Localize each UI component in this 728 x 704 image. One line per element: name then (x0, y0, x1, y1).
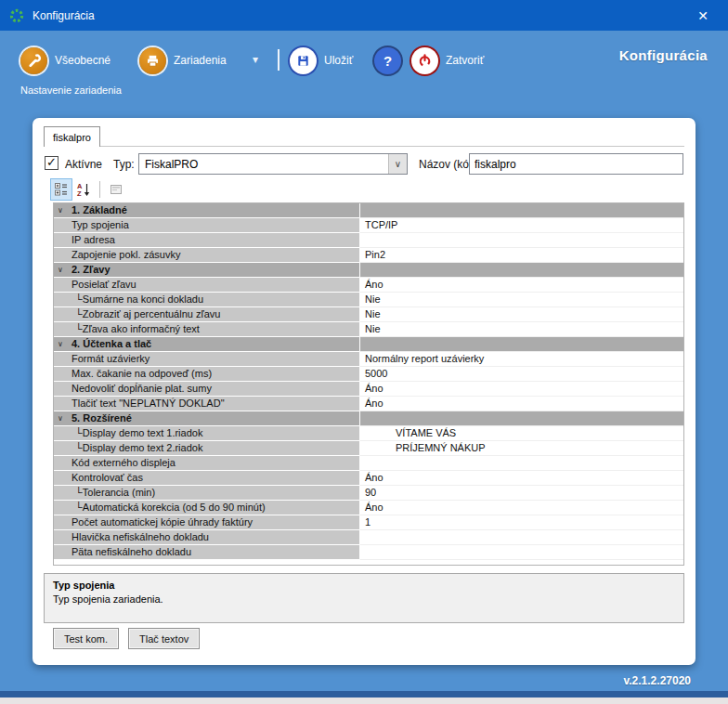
wrench-icon (20, 47, 47, 74)
row-gutter (54, 382, 67, 397)
general-label: Všeobecné (55, 54, 110, 67)
test-communication-button[interactable]: Test kom. (53, 628, 119, 649)
property-value[interactable]: Áno (359, 382, 683, 397)
property-value[interactable]: Normálny report uzávierky (359, 352, 683, 367)
property-value[interactable]: 1 (359, 515, 683, 530)
property-grid-toolbar: A Z (51, 179, 126, 200)
row-gutter (54, 248, 67, 263)
property-label: Nedovoliť dopĺňanie plat. sumy (67, 382, 359, 397)
grid-property-row[interactable]: Formát uzávierkyNormálny report uzávierk… (54, 352, 683, 367)
save-button[interactable]: Uložiť (290, 46, 353, 74)
grid-property-row[interactable]: └Zľava ako informačný textNie (54, 322, 683, 337)
property-value[interactable]: PRÍJEMNÝ NÁKUP (359, 441, 683, 456)
grid-property-row[interactable]: └Display demo text 1.riadokVÍTAME VÁS (54, 426, 683, 441)
grid-category-row[interactable]: ∨1. Základné (54, 203, 683, 218)
grid-property-row[interactable]: └Automatická korekcia (od 5 do 90 minút)… (54, 501, 683, 515)
property-value[interactable]: TCP/IP (359, 218, 683, 233)
devices-button[interactable]: Zariadenia (139, 46, 227, 74)
grid-property-row[interactable]: Posielať zľavuÁno (54, 278, 683, 293)
property-value[interactable] (359, 233, 683, 248)
power-icon (411, 47, 438, 74)
grid-property-row[interactable]: └Sumárne na konci dokladuNie (54, 293, 683, 307)
category-chevron-icon[interactable]: ∨ (54, 411, 67, 426)
property-pages-button-disabled (106, 179, 126, 200)
property-pages-icon (109, 182, 124, 197)
category-chevron-icon[interactable]: ∨ (54, 337, 67, 352)
grid-category-row[interactable]: ∨5. Rozšírené (54, 411, 683, 426)
devices-dropdown-chevron-icon[interactable]: ▾ (253, 53, 258, 66)
property-label: Päta nefiskálneho dokladu (67, 545, 359, 560)
row-gutter (54, 278, 67, 293)
grid-property-row[interactable]: Max. čakanie na odpoveď (ms)5000 (54, 367, 683, 382)
grid-property-row[interactable]: └Display demo text 2.riadokPRÍJEMNÝ NÁKU… (54, 441, 683, 456)
property-label: Typ spojenia (67, 218, 359, 233)
grid-property-row[interactable]: └Zobraziť aj percentuálnu zľavuNie (54, 307, 683, 322)
row-gutter (54, 545, 67, 560)
property-label: IP adresa (67, 233, 359, 248)
action-buttons-row: Test kom. Tlač textov (53, 628, 200, 649)
property-label: └Display demo text 1.riadok (67, 426, 359, 441)
grid-property-row[interactable]: Kontrolovať časÁno (54, 471, 683, 486)
property-value[interactable]: 90 (359, 486, 683, 501)
active-checkbox[interactable]: ✓ (45, 156, 58, 170)
category-fill (359, 203, 683, 218)
help-button[interactable]: ? (374, 46, 401, 74)
breadcrumb-subtitle: Nastavenie zariadenia (20, 85, 122, 96)
close-icon[interactable]: ✕ (687, 8, 719, 23)
grid-property-row[interactable]: Počet automatickej kópie úhrady faktúry1 (54, 515, 683, 530)
row-gutter (54, 293, 67, 307)
property-label: └Automatická korekcia (od 5 do 90 minút) (67, 501, 359, 515)
category-fill (359, 411, 683, 426)
grid-property-row[interactable]: Päta nefiskálneho dokladu (54, 545, 683, 560)
print-texts-button[interactable]: Tlač textov (128, 628, 200, 649)
property-value[interactable]: VÍTAME VÁS (359, 426, 683, 441)
property-value[interactable]: Nie (359, 322, 683, 337)
tab-fiskalpro[interactable]: fiskalpro (44, 126, 100, 147)
property-grid: ∨1. ZákladnéTyp spojeniaTCP/IPIP adresaZ… (53, 202, 684, 566)
devices-label: Zariadenia (174, 54, 227, 67)
property-value[interactable]: Áno (359, 501, 683, 515)
close-app-button[interactable]: Zatvoriť (411, 46, 484, 74)
property-value[interactable]: Áno (359, 278, 683, 293)
property-label: Kód externého displeja (67, 456, 359, 471)
chevron-down-icon[interactable]: ∨ (388, 154, 407, 174)
grid-property-row[interactable]: Zapojenie pokl. zásuvkyPin2 (54, 248, 683, 263)
grid-property-row[interactable]: Hlavička nefiskálneho dokladu (54, 530, 683, 545)
property-value[interactable]: Áno (359, 397, 683, 411)
general-button[interactable]: Všeobecné (20, 46, 110, 74)
row-gutter (54, 352, 67, 367)
grid-property-row[interactable]: Kód externého displeja (54, 456, 683, 471)
device-name-input[interactable] (469, 153, 683, 175)
grid-property-row[interactable]: Typ spojeniaTCP/IP (54, 218, 683, 233)
row-gutter (54, 218, 67, 233)
property-value[interactable]: 5000 (359, 367, 683, 382)
property-value[interactable]: Áno (359, 471, 683, 486)
category-label: 4. Účtenka a tlač (67, 337, 359, 352)
grid-property-row[interactable]: Nedovoliť dopĺňanie plat. sumyÁno (54, 382, 683, 397)
grid-property-row[interactable]: IP adresa (54, 233, 683, 248)
property-value[interactable] (359, 545, 683, 560)
row-gutter (54, 367, 67, 382)
device-type-select[interactable]: FiskalPRO ∨ (138, 153, 408, 175)
property-value[interactable]: Pin2 (359, 248, 683, 263)
grid-category-row[interactable]: ∨4. Účtenka a tlač (54, 337, 683, 352)
category-fill (359, 263, 683, 278)
row-gutter (54, 397, 67, 411)
categorized-view-button[interactable] (51, 179, 72, 200)
property-label: └Tolerancia (min) (67, 486, 359, 501)
property-value[interactable] (359, 456, 683, 471)
category-chevron-icon[interactable]: ∨ (54, 263, 67, 278)
property-label: Hlavička nefiskálneho dokladu (67, 530, 359, 545)
grid-property-row[interactable]: └Tolerancia (min)90 (54, 486, 683, 501)
grid-property-row[interactable]: Tlačiť text "NEPLATNÝ DOKLAD"Áno (54, 397, 683, 411)
grid-category-row[interactable]: ∨2. Zľavy (54, 263, 683, 278)
property-value[interactable]: Nie (359, 293, 683, 307)
category-chevron-icon[interactable]: ∨ (54, 203, 67, 218)
row-gutter (54, 501, 67, 515)
property-value[interactable]: Nie (359, 307, 683, 322)
sort-az-icon: A Z (76, 182, 91, 197)
toolbar-separator (278, 49, 280, 71)
alphabetical-sort-button[interactable]: A Z (73, 179, 94, 200)
configuration-window: Konfigurácia ✕ Všeobecné Zariadenia ▾ (0, 0, 728, 697)
property-value[interactable] (359, 530, 683, 545)
